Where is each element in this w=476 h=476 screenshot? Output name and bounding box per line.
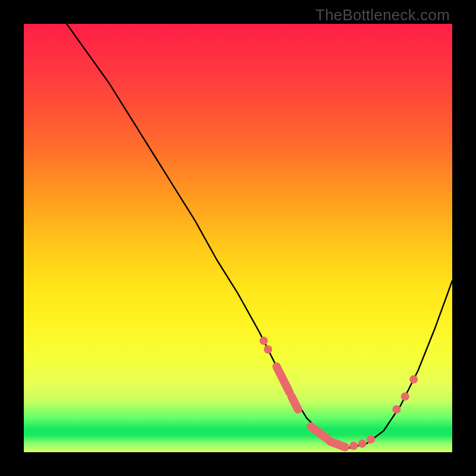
chart-overlay-svg [24, 24, 452, 452]
valley-dot-2 [358, 440, 367, 448]
left-cluster-segment-1 [277, 367, 290, 392]
bottleneck-curve-line [67, 24, 452, 448]
left-cluster-segment-2 [292, 396, 298, 409]
valley-dot-3 [367, 435, 375, 443]
valley-dot-1 [349, 441, 358, 450]
valley-segment-1 [311, 427, 328, 440]
left-cluster-dot-2 [264, 345, 272, 353]
watermark-text: TheBottleneck.com [315, 6, 450, 24]
right-dot-1 [392, 405, 400, 414]
valley-segment-2 [330, 441, 345, 447]
right-dot-3 [409, 375, 418, 384]
right-dot-2 [401, 392, 409, 400]
marker-layer [259, 337, 418, 450]
left-cluster-dot-1 [259, 337, 268, 345]
